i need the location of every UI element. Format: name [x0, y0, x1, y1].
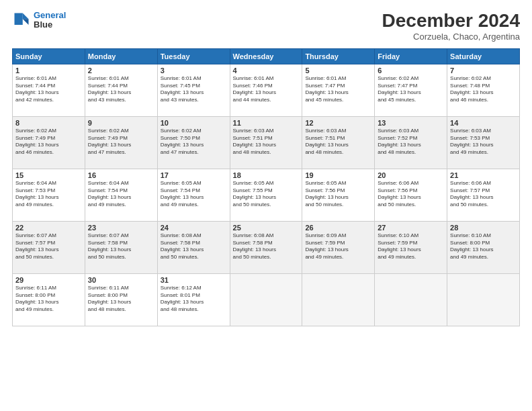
title-block: December 2024 Corzuela, Chaco, Argentina	[382, 11, 520, 42]
svg-marker-0	[23, 13, 29, 19]
calendar-cell: 7Sunrise: 6:02 AM Sunset: 7:48 PM Daylig…	[447, 64, 520, 116]
day-info: Sunrise: 6:02 AM Sunset: 7:49 PM Dayligh…	[15, 128, 82, 156]
calendar-cell: 5Sunrise: 6:01 AM Sunset: 7:47 PM Daylig…	[302, 64, 375, 116]
day-info: Sunrise: 6:11 AM Sunset: 8:00 PM Dayligh…	[88, 285, 154, 314]
svg-rect-2	[15, 13, 23, 26]
svg-marker-1	[23, 19, 29, 26]
calendar-week-row: 1Sunrise: 6:01 AM Sunset: 7:44 PM Daylig…	[13, 64, 520, 116]
calendar-cell: 31Sunrise: 6:12 AM Sunset: 8:01 PM Dayli…	[157, 273, 230, 326]
day-info: Sunrise: 6:03 AM Sunset: 7:51 PM Dayligh…	[233, 128, 300, 156]
calendar-day-header: Monday	[85, 48, 157, 64]
day-number: 1	[15, 66, 82, 75]
day-info: Sunrise: 6:02 AM Sunset: 7:50 PM Dayligh…	[161, 128, 227, 156]
calendar-cell: 1Sunrise: 6:01 AM Sunset: 7:44 PM Daylig…	[13, 64, 85, 116]
day-info: Sunrise: 6:03 AM Sunset: 7:53 PM Dayligh…	[450, 128, 517, 156]
calendar-cell: 15Sunrise: 6:04 AM Sunset: 7:53 PM Dayli…	[13, 169, 85, 221]
calendar-week-row: 29Sunrise: 6:11 AM Sunset: 8:00 PM Dayli…	[13, 273, 520, 326]
calendar-cell: 4Sunrise: 6:01 AM Sunset: 7:46 PM Daylig…	[230, 64, 302, 116]
calendar-cell: 26Sunrise: 6:09 AM Sunset: 7:59 PM Dayli…	[302, 221, 375, 273]
calendar-day-header: Tuesday	[157, 48, 230, 64]
day-number: 26	[305, 224, 371, 232]
day-number: 15	[15, 171, 82, 179]
day-number: 16	[88, 171, 154, 179]
day-number: 18	[233, 171, 300, 179]
day-info: Sunrise: 6:03 AM Sunset: 7:51 PM Dayligh…	[305, 128, 371, 156]
calendar-cell: 29Sunrise: 6:11 AM Sunset: 8:00 PM Dayli…	[13, 273, 85, 326]
calendar-cell: 18Sunrise: 6:05 AM Sunset: 7:55 PM Dayli…	[230, 169, 302, 221]
day-info: Sunrise: 6:06 AM Sunset: 7:57 PM Dayligh…	[450, 180, 517, 209]
day-number: 22	[15, 224, 82, 232]
day-info: Sunrise: 6:05 AM Sunset: 7:56 PM Dayligh…	[305, 180, 371, 209]
day-info: Sunrise: 6:01 AM Sunset: 7:44 PM Dayligh…	[88, 75, 154, 104]
day-info: Sunrise: 6:05 AM Sunset: 7:54 PM Dayligh…	[161, 180, 227, 209]
day-number: 11	[233, 119, 300, 127]
day-number: 6	[378, 66, 444, 75]
calendar-cell: 13Sunrise: 6:03 AM Sunset: 7:52 PM Dayli…	[375, 116, 447, 169]
subtitle: Corzuela, Chaco, Argentina	[382, 32, 520, 42]
header: General Blue December 2024 Corzuela, Cha…	[12, 11, 520, 42]
calendar-cell: 21Sunrise: 6:06 AM Sunset: 7:57 PM Dayli…	[447, 169, 520, 221]
calendar-cell: 22Sunrise: 6:07 AM Sunset: 7:57 PM Dayli…	[13, 221, 85, 273]
day-info: Sunrise: 6:08 AM Sunset: 7:58 PM Dayligh…	[233, 232, 300, 261]
day-info: Sunrise: 6:06 AM Sunset: 7:56 PM Dayligh…	[378, 180, 444, 209]
day-info: Sunrise: 6:07 AM Sunset: 7:57 PM Dayligh…	[15, 232, 82, 261]
day-info: Sunrise: 6:04 AM Sunset: 7:54 PM Dayligh…	[88, 180, 154, 209]
day-info: Sunrise: 6:02 AM Sunset: 7:48 PM Dayligh…	[450, 75, 517, 104]
day-info: Sunrise: 6:10 AM Sunset: 8:00 PM Dayligh…	[450, 232, 517, 261]
day-number: 31	[161, 276, 227, 284]
calendar-week-row: 15Sunrise: 6:04 AM Sunset: 7:53 PM Dayli…	[13, 169, 520, 221]
calendar-cell: 19Sunrise: 6:05 AM Sunset: 7:56 PM Dayli…	[302, 169, 375, 221]
day-info: Sunrise: 6:11 AM Sunset: 8:00 PM Dayligh…	[15, 285, 82, 314]
day-number: 24	[161, 224, 227, 232]
day-number: 23	[88, 224, 154, 232]
day-number: 4	[233, 66, 300, 75]
calendar-cell: 9Sunrise: 6:02 AM Sunset: 7:49 PM Daylig…	[85, 116, 157, 169]
logo-line2: Blue	[34, 20, 66, 30]
calendar-cell	[375, 273, 447, 326]
calendar-cell: 20Sunrise: 6:06 AM Sunset: 7:56 PM Dayli…	[375, 169, 447, 221]
calendar-cell	[230, 273, 302, 326]
day-number: 5	[305, 66, 371, 75]
calendar-cell: 25Sunrise: 6:08 AM Sunset: 7:58 PM Dayli…	[230, 221, 302, 273]
day-number: 9	[88, 119, 154, 127]
day-info: Sunrise: 6:12 AM Sunset: 8:01 PM Dayligh…	[161, 285, 227, 314]
day-number: 12	[305, 119, 371, 127]
day-info: Sunrise: 6:01 AM Sunset: 7:46 PM Dayligh…	[233, 75, 300, 104]
calendar-cell: 17Sunrise: 6:05 AM Sunset: 7:54 PM Dayli…	[157, 169, 230, 221]
calendar-week-row: 8Sunrise: 6:02 AM Sunset: 7:49 PM Daylig…	[13, 116, 520, 169]
page: General Blue December 2024 Corzuela, Cha…	[0, 0, 532, 411]
calendar-header-row: SundayMondayTuesdayWednesdayThursdayFrid…	[13, 48, 520, 64]
day-info: Sunrise: 6:05 AM Sunset: 7:55 PM Dayligh…	[233, 180, 300, 209]
day-number: 20	[378, 171, 444, 179]
day-number: 14	[450, 119, 517, 127]
day-info: Sunrise: 6:07 AM Sunset: 7:58 PM Dayligh…	[88, 232, 154, 261]
day-info: Sunrise: 6:08 AM Sunset: 7:58 PM Dayligh…	[161, 232, 227, 261]
main-title: December 2024	[382, 11, 520, 32]
calendar-cell: 16Sunrise: 6:04 AM Sunset: 7:54 PM Dayli…	[85, 169, 157, 221]
calendar-week-row: 22Sunrise: 6:07 AM Sunset: 7:57 PM Dayli…	[13, 221, 520, 273]
calendar-cell: 27Sunrise: 6:10 AM Sunset: 7:59 PM Dayli…	[375, 221, 447, 273]
day-info: Sunrise: 6:04 AM Sunset: 7:53 PM Dayligh…	[15, 180, 82, 209]
day-number: 13	[378, 119, 444, 127]
day-info: Sunrise: 6:02 AM Sunset: 7:47 PM Dayligh…	[378, 75, 444, 104]
calendar-cell: 3Sunrise: 6:01 AM Sunset: 7:45 PM Daylig…	[157, 64, 230, 116]
calendar-cell	[302, 273, 375, 326]
day-number: 27	[378, 224, 444, 232]
calendar-table: SundayMondayTuesdayWednesdayThursdayFrid…	[12, 48, 520, 326]
calendar-cell: 24Sunrise: 6:08 AM Sunset: 7:58 PM Dayli…	[157, 221, 230, 273]
day-info: Sunrise: 6:10 AM Sunset: 7:59 PM Dayligh…	[378, 232, 444, 261]
calendar-day-header: Friday	[375, 48, 447, 64]
day-number: 2	[88, 66, 154, 75]
day-number: 17	[161, 171, 227, 179]
calendar-cell	[447, 273, 520, 326]
logo-line1: General	[34, 10, 66, 20]
logo: General Blue	[12, 11, 66, 30]
calendar-cell: 10Sunrise: 6:02 AM Sunset: 7:50 PM Dayli…	[157, 116, 230, 169]
day-number: 21	[450, 171, 517, 179]
day-number: 7	[450, 66, 517, 75]
day-number: 29	[15, 276, 82, 284]
calendar-day-header: Saturday	[447, 48, 520, 64]
logo-text: General Blue	[34, 11, 66, 30]
calendar-cell: 6Sunrise: 6:02 AM Sunset: 7:47 PM Daylig…	[375, 64, 447, 116]
day-info: Sunrise: 6:01 AM Sunset: 7:45 PM Dayligh…	[161, 75, 227, 104]
